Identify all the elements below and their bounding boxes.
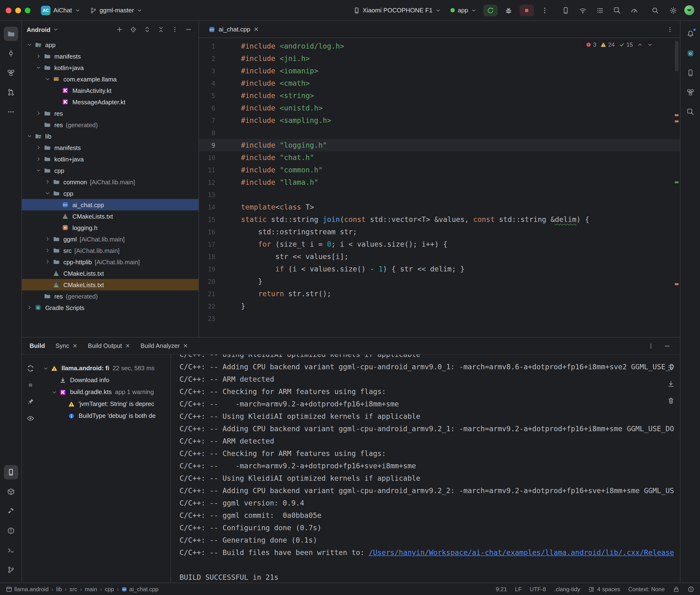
build-console[interactable]: C/C++: -- Using KleidiAI optimized kerne… [171,355,680,583]
chevron-down-icon[interactable] [44,190,52,197]
close-tab-icon[interactable]: ✕ [254,26,259,33]
chevron-down-icon[interactable] [51,388,58,396]
code-line[interactable]: 10#include "chat.h" [199,151,680,164]
scrollbar-thumb[interactable] [675,41,678,72]
project-tree-item[interactable]: logging.h [22,222,199,233]
project-tree-item[interactable]: manifests [22,142,199,153]
chevron-right-icon[interactable] [35,52,43,60]
project-tree-item[interactable]: lib [22,131,199,142]
gradle-tool-button[interactable] [683,46,697,60]
pair-devices-button[interactable] [578,5,588,16]
pull-requests-tool-button[interactable] [4,85,18,100]
code-line[interactable]: 20 } [199,275,680,288]
collapse-all-button[interactable] [156,24,166,35]
structure-tool-button[interactable] [4,66,18,80]
project-tree-item[interactable]: MessageAdapter.kt [22,96,199,108]
project-tree-item[interactable]: cpp [22,188,199,199]
project-tree-item[interactable]: manifests [22,51,199,62]
clang-tidy[interactable]: .clang-tidy [554,586,580,592]
project-tree-item[interactable]: res(generated) [22,290,199,302]
breadcrumb-item[interactable]: llama.android [14,586,49,592]
panel-options-button[interactable] [170,24,180,35]
hide-panel-button[interactable] [662,340,672,351]
build-tool-window-title[interactable]: Build [30,342,45,349]
close-tab-icon[interactable]: ✕ [125,342,130,349]
code-area[interactable]: 1#include <android/log.h>2#include <jni.… [199,38,680,337]
next-issue-icon[interactable] [647,42,653,48]
chevron-right-icon[interactable] [44,235,52,243]
device-mirroring-button[interactable] [560,5,571,16]
panel-options-button[interactable] [646,340,656,351]
code-line[interactable]: 17 for (size_t i = 0; i < values.size();… [199,238,680,251]
profile-avatar[interactable] [684,5,694,15]
project-tree-item[interactable]: res [22,108,199,119]
code-line[interactable]: 2#include <jni.h> [199,52,680,65]
expand-all-button[interactable] [142,24,152,35]
build-tree-item[interactable]: 'jvmTarget: String' is deprec [39,398,171,410]
project-tree-item[interactable]: CMakeLists.txt [22,279,199,290]
project-tree-item[interactable]: cpp-httplib[AiChat.lib.main] [22,256,199,267]
code-line[interactable]: 16 std::ostringstream str; [199,226,680,238]
chevron-right-icon[interactable] [35,144,43,151]
debug-button[interactable] [501,4,516,16]
chevron-down-icon[interactable] [26,132,33,140]
project-tree-item[interactable]: ai_chat.cpp [22,199,199,210]
build-tree-item[interactable]: build.gradle.ktsapp 1 warning [39,386,171,398]
vcs-branch-widget[interactable]: ggml-master [87,5,145,15]
console-link[interactable]: /Users/hanyin/Workspace/ai-chat/examples… [369,548,674,557]
code-line[interactable]: 12#include "llama.h" [199,176,680,189]
minimize-window-button[interactable] [15,7,21,13]
close-window-button[interactable] [6,7,11,13]
chevron-right-icon[interactable] [35,110,43,117]
breadcrumb-item[interactable]: lib [56,586,62,592]
chevron-right-icon[interactable] [35,155,43,163]
code-line[interactable]: 8 [199,127,680,139]
app-inspection-tool-button[interactable] [683,105,697,119]
breadcrumb-item[interactable]: main [85,586,97,592]
project-tree-item[interactable]: ggml[AiChat.lib.main] [22,233,199,245]
code-line[interactable]: 6#include <unistd.h> [199,102,680,114]
code-line[interactable]: 15static std::string join(const std::vec… [199,213,680,226]
project-tree-item[interactable]: CMakeLists.txt [22,267,199,279]
chevron-down-icon[interactable] [35,167,43,174]
editor-options-button[interactable] [665,24,675,34]
running-devices-tool-button[interactable] [4,465,18,479]
close-tab-icon[interactable]: ✕ [73,342,77,349]
chevron-right-icon[interactable] [44,178,52,186]
project-widget[interactable]: AC AiChat [38,4,83,17]
project-tree-item[interactable]: cpp [22,165,199,176]
soft-wrap-button[interactable] [666,362,676,373]
more-tool-windows-button[interactable] [4,105,18,119]
project-tree-item[interactable]: com.example.llama [22,73,199,85]
services-tool-button[interactable] [4,484,18,499]
chevron-right-icon[interactable] [44,258,52,266]
pin-button[interactable] [25,396,36,407]
chevron-down-icon[interactable] [35,64,43,72]
build-tree-item[interactable]: BuildType 'debug' is both de [39,410,171,422]
code-line[interactable]: 23 [199,312,680,325]
code-line[interactable]: 18 str << values[i]; [199,251,680,263]
rerun-sync-button[interactable] [25,363,36,374]
project-tree-item[interactable]: common[AiChat.lib.main] [22,176,199,188]
inspections-widget[interactable]: 3 24 15 [582,40,656,49]
project-tree-item[interactable]: kotlin+java [22,62,199,73]
previous-issue-icon[interactable] [637,42,643,48]
code-line[interactable]: 14template<class T> [199,201,680,213]
caret-position[interactable]: 9:21 [496,586,507,592]
build-tab-build-analyzer[interactable]: Build Analyzer✕ [141,342,188,349]
project-tree-item[interactable]: res(generated) [22,119,199,131]
stop-button[interactable] [25,380,36,390]
problems-tool-button[interactable] [4,523,18,538]
project-view-selector[interactable]: Android [27,26,51,33]
project-tree-item[interactable]: kotlin+java [22,153,199,165]
app-inspection-button[interactable] [612,5,622,16]
profiler-button[interactable] [629,5,640,16]
clear-console-button[interactable] [666,395,676,406]
project-tree-item[interactable]: Gradle Scripts [22,302,199,313]
code-line[interactable]: 4#include <cmath> [199,77,680,89]
zoom-window-button[interactable] [25,7,30,13]
code-line[interactable]: 5#include <string> [199,89,680,102]
more-run-options-button[interactable] [537,4,552,16]
code-line[interactable]: 19 if (i < values.size() - 1) { str << d… [199,263,680,275]
build-tab-sync[interactable]: Sync✕ [56,342,77,349]
